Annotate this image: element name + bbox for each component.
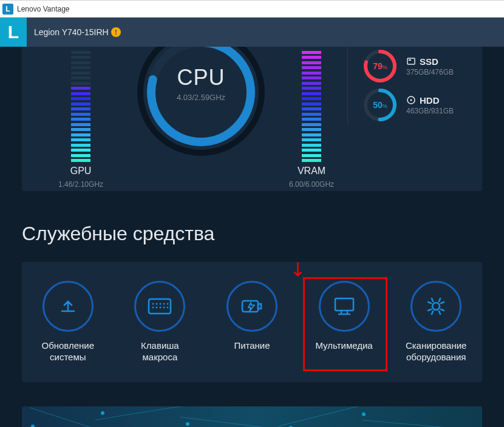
gpu-label: GPU (70, 166, 92, 177)
window-title-bar: L Lenovo Vantage (0, 0, 504, 18)
status-panel: GPU 1.46/2.10GHz CPU 4.03/2.59GHz VRAM 6… (22, 47, 482, 191)
svg-point-25 (432, 303, 440, 310)
svg-point-16 (167, 303, 169, 305)
tool-power[interactable]: Питание (206, 262, 298, 382)
tools-panel: ОбновлениесистемыКлавишамакросаПитаниеМу… (22, 262, 482, 382)
svg-point-17 (152, 307, 154, 309)
svg-rect-23 (258, 304, 261, 309)
hdd-pct: 50% (363, 87, 398, 123)
drive-icon (406, 95, 416, 105)
ssd-ring: 79% (363, 49, 398, 84)
vram-sub: 6.00/6.00GHz (289, 180, 334, 189)
content-area: GPU 1.46/2.10GHz CPU 4.03/2.59GHz VRAM 6… (0, 47, 504, 427)
next-panel (22, 406, 482, 427)
ssd-name: SSD (420, 56, 438, 67)
gpu-sub: 1.46/2.10GHz (58, 180, 103, 189)
drive-icon (406, 56, 416, 66)
ssd-cap: 375GB/476GB (406, 68, 454, 76)
svg-rect-11 (149, 299, 171, 314)
system-update-icon (43, 281, 94, 332)
storage-row-hdd: 50% HDD 463GB/931GB (363, 86, 482, 124)
svg-point-20 (163, 307, 165, 309)
svg-point-15 (163, 303, 165, 305)
svg-point-13 (156, 303, 158, 305)
cpu-label: CPU (177, 65, 225, 90)
svg-point-21 (167, 307, 169, 309)
hdd-cap: 463GB/931GB (406, 107, 454, 115)
svg-point-18 (156, 307, 158, 309)
svg-rect-6 (409, 59, 411, 61)
vram-meter: VRAM 6.00/6.00GHz (289, 47, 334, 189)
vram-label: VRAM (298, 166, 325, 177)
tool-macro-key[interactable]: Клавишамакроса (114, 262, 206, 382)
svg-point-14 (160, 303, 162, 305)
model-name: Legion Y740-15IRH (34, 27, 109, 37)
gpu-meter: GPU 1.46/2.10GHz (58, 47, 103, 189)
storage-row-ssd: 79% SSD 375GB/476GB (363, 47, 482, 86)
app-icon: L (2, 4, 13, 15)
ssd-pct: 79% (363, 49, 398, 84)
storage-block: 79% SSD 375GB/476GB 50% (347, 47, 482, 124)
vram-bar-icon (302, 49, 321, 162)
window-title: Lenovo Vantage (17, 5, 70, 13)
hdd-name: HDD (420, 95, 440, 106)
lenovo-logo-icon: L (0, 18, 27, 47)
section-title-tools: Служебные средства (22, 223, 482, 245)
tool-system-update[interactable]: Обновлениесистемы (22, 262, 114, 382)
svg-point-19 (160, 307, 162, 309)
cpu-sub: 4.03/2.59GHz (177, 93, 225, 102)
hw-scan-icon (410, 281, 461, 332)
macro-key-icon (134, 281, 185, 332)
cpu-ring-icon (131, 47, 271, 162)
svg-rect-5 (407, 58, 415, 64)
warning-icon[interactable]: ! (111, 27, 121, 37)
cpu-meter: CPU 4.03/2.59GHz (131, 47, 271, 164)
gpu-bar-icon (71, 49, 90, 162)
app-header: L Legion Y740-15IRH ! (0, 18, 504, 47)
svg-point-10 (410, 99, 412, 101)
annotation-highlight (303, 277, 387, 371)
tool-label: Обновлениесистемы (41, 340, 94, 363)
tool-label: Клавишамакроса (141, 340, 179, 363)
hdd-ring: 50% (363, 87, 398, 123)
tool-hw-scan[interactable]: Сканированиеоборудования (390, 262, 482, 382)
power-icon (226, 281, 278, 332)
tool-label: Сканированиеоборудования (406, 340, 467, 363)
svg-point-12 (152, 303, 154, 305)
tool-label: Питание (234, 340, 270, 363)
